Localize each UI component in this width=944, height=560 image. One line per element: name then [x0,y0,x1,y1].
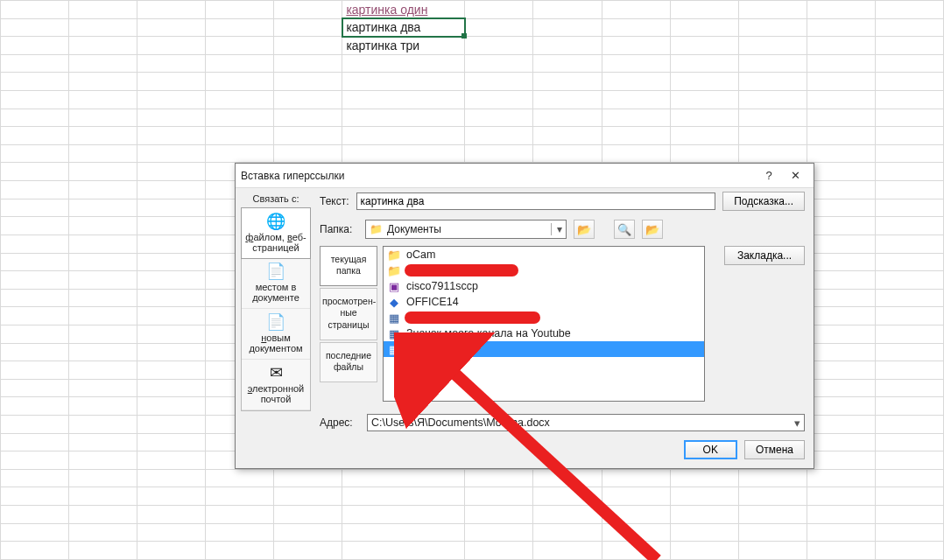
file-name: cisco7911sccp [406,280,478,292]
tab-recent-files[interactable]: последние файлы [320,342,377,382]
link-to-new-doc-label: новым документом [249,332,302,354]
folder-up-button[interactable]: 📂 [574,220,595,239]
link-to-email[interactable]: ✉ электронной почтой [242,360,310,410]
link-to-place[interactable]: 📄 местом в документе [242,258,310,309]
browse-web-button[interactable]: 🔍 [614,220,635,239]
link-to-file-web-label: файлом, веб-страницей [245,232,306,253]
ok-button[interactable]: OK [684,440,737,459]
cell-text-3[interactable]: картинка три [342,37,465,55]
dialog-title: Вставка гиперссылки [241,170,756,182]
word-doc-icon: ▦ [387,343,401,356]
text-label: Текст: [320,195,349,207]
shortcut-icon: ◆ [387,296,401,309]
chevron-down-icon: ▾ [551,223,562,235]
folder-label: Папка: [320,223,358,235]
folder-up-icon: 📂 [577,223,591,236]
address-value: C:\Users\Я\Documents\Москва.docx [371,416,550,429]
link-with-label: Связать с: [241,193,311,204]
list-item[interactable]: ◆ OFFICE14 [384,294,704,310]
file-list[interactable]: 📁 oCam 📁 ▣ cisco7911sccp ◆ OFFICE14 ▦ [383,246,705,402]
list-item[interactable]: ▦ Значок моего канала на Youtube [384,326,704,341]
file-name: Москва [406,343,444,355]
list-item[interactable]: ▣ cisco7911sccp [384,278,704,294]
folder-combo[interactable]: 📁 Документы ▾ [365,220,567,239]
insert-hyperlink-dialog: Вставка гиперссылки ? ✕ Связать с: 🌐 фай… [235,163,814,469]
screentip-button[interactable]: Подсказка... [722,192,805,211]
archive-icon: ▣ [387,280,401,293]
redaction [405,264,518,276]
folder-icon: 📁 [387,264,401,277]
open-folder-icon: 📂 [645,223,659,236]
link-to-new-doc[interactable]: 📄 новым документом [242,309,310,360]
globe-search-icon: 🔍 [617,223,631,236]
display-text-input[interactable] [356,192,716,210]
link-to-place-label: местом в документе [252,282,299,303]
address-label: Адрес: [320,416,358,429]
dialog-titlebar[interactable]: Вставка гиперссылки ? ✕ [236,164,814,188]
folder-icon: 📁 [387,248,401,262]
word-doc-icon: ▦ [387,327,401,340]
cell-link-1[interactable]: картинка один [342,1,465,19]
cell-selected[interactable]: картинка два [342,18,465,37]
list-item[interactable]: 📁 oCam [384,247,704,262]
folder-combo-value: Документы [387,223,441,235]
file-name: Значок моего канала на Youtube [406,327,571,340]
chevron-down-icon: ▾ [794,416,800,430]
file-name: OFFICE14 [406,296,459,308]
list-item[interactable]: 📁 [384,262,704,278]
link-to-email-label: электронной почтой [248,383,305,404]
list-item[interactable]: ▦ [384,310,704,326]
redaction [405,312,540,324]
tab-current-folder[interactable]: текущая папка [320,246,377,286]
link-to-file-web[interactable]: 🌐 файлом, веб-страницей [241,207,311,259]
cancel-button[interactable]: Отмена [744,440,805,459]
web-file-icon: 🌐 [244,214,307,229]
help-icon[interactable]: ? [756,169,782,182]
browse-file-button[interactable]: 📂 [642,220,663,239]
place-icon: 📄 [244,263,307,279]
list-item-selected[interactable]: ▦ Москва [384,341,704,357]
newdoc-icon: 📄 [244,314,307,330]
documents-folder-icon: 📁 [370,223,383,235]
word-doc-icon: ▦ [387,312,401,325]
address-combo[interactable]: C:\Users\Я\Documents\Москва.docx ▾ [367,414,805,431]
file-name: oCam [406,248,435,261]
tab-browsed-pages[interactable]: просмотрен-ные страницы [320,288,377,340]
bookmark-button[interactable]: Закладка... [724,246,805,265]
close-icon[interactable]: ✕ [782,169,808,182]
email-icon: ✉ [244,365,307,381]
